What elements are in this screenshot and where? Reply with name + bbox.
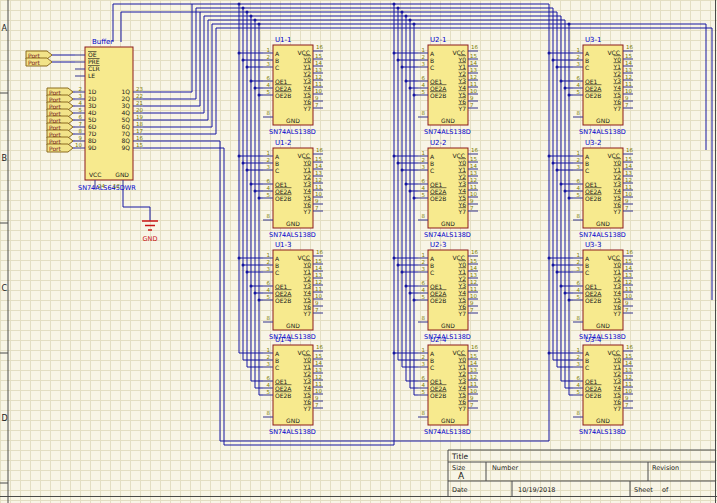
pin-name: PRE — [88, 58, 100, 65]
pin-name: OE2B — [585, 92, 601, 99]
pin-name: Y0 — [303, 56, 312, 63]
pin-name: OE1 — [430, 181, 443, 188]
bus-wire[interactable] — [143, 20, 565, 120]
pin-name: OE2B — [275, 392, 291, 399]
pin-name: Y5 — [303, 391, 312, 398]
pin-name: 3D — [88, 102, 97, 109]
pin-number: 15 — [470, 353, 477, 359]
junction-dot — [552, 162, 555, 165]
pin-number: 4 — [577, 287, 581, 293]
pin-name: OE2A — [585, 385, 602, 392]
pin-name: 6D — [88, 123, 97, 130]
pin-number: 3 — [577, 61, 581, 67]
pin-number: 12 — [470, 279, 477, 285]
pin-number: 12 — [113, 183, 120, 189]
pin-name: OE1 — [585, 181, 598, 188]
pin-number: 13 — [315, 170, 322, 176]
wire[interactable] — [113, 4, 192, 42]
port-label: Port — [49, 138, 62, 145]
component-designator: U3-4 — [585, 336, 602, 344]
pin-name: Y3 — [613, 377, 622, 384]
pin-name: Y0 — [613, 261, 622, 268]
zone-letter: C — [2, 284, 8, 293]
pin-name: Y1 — [458, 268, 467, 275]
pin-number: 15 — [625, 353, 632, 359]
pin-number: 14 — [625, 265, 632, 271]
pin-name: OE2B — [585, 392, 601, 399]
pin-number: 6 — [79, 114, 83, 120]
pin-name: Y5 — [613, 194, 622, 201]
pin-name: C — [275, 269, 279, 276]
pin-number: 1 — [267, 252, 271, 258]
pin-number: 10 — [625, 388, 632, 394]
ground-symbol[interactable] — [142, 221, 158, 230]
pin-name: OE1 — [585, 78, 598, 85]
pin-name: Y4 — [613, 84, 622, 91]
pin-number: 15 — [136, 142, 143, 148]
pin-name: Y3 — [458, 377, 467, 384]
pin-name: Y7 — [303, 405, 312, 412]
pin-number: 2 — [422, 259, 426, 265]
pin-number: 11 — [625, 286, 632, 292]
junction-dot — [560, 183, 563, 186]
pin-number: 9 — [625, 300, 629, 306]
junction-dot — [242, 264, 245, 267]
pin-number: 14 — [625, 360, 632, 366]
component-designator: U2-3 — [430, 241, 447, 249]
pin-name: OE2B — [275, 195, 291, 202]
pin-number: 14 — [470, 163, 477, 169]
pin-number: 15 — [625, 53, 632, 59]
pin-number: 13 — [315, 67, 322, 73]
pin-number: 7 — [470, 205, 474, 211]
bottom-wire[interactable] — [143, 141, 549, 441]
components-layer — [26, 45, 633, 425]
pin-number: 8 — [267, 110, 271, 116]
bus-wire[interactable] — [143, 12, 557, 106]
pin-number: 9 — [315, 300, 319, 306]
pin-name: OE2B — [430, 92, 446, 99]
wire[interactable] — [121, 12, 200, 42]
pin-number: 14 — [470, 60, 477, 66]
junction-dot — [564, 87, 567, 90]
component-designator: Buffer — [92, 38, 113, 46]
pin-name: OE2B — [275, 92, 291, 99]
pin-number: 5 — [79, 107, 83, 113]
ground-label: GND — [143, 235, 158, 243]
pin-name: Y4 — [458, 384, 467, 391]
bus-wire[interactable] — [143, 16, 561, 113]
pin-number: 12 — [315, 177, 322, 183]
schematic-canvas[interactable]: ABCDTitleSizeANumberRevisionDate10/19/20… — [0, 0, 717, 503]
pin-number: 6 — [267, 75, 271, 81]
pin-number: 2 — [577, 354, 581, 360]
component-designator: U1-3 — [275, 241, 292, 249]
pin-number: 9 — [625, 95, 629, 101]
pin-name: GND — [441, 117, 455, 124]
pin-name: OE2B — [585, 297, 601, 304]
component-designator: U3-2 — [585, 139, 602, 147]
pin-name: C — [585, 269, 589, 276]
pin-number: 16 — [471, 344, 478, 350]
schematic-sheet[interactable]: ABCDTitleSizeANumberRevisionDate10/19/20… — [0, 0, 717, 503]
pin-number: 8 — [267, 315, 271, 321]
junction-dot — [413, 94, 416, 97]
pin-number: 6 — [577, 280, 581, 286]
component-part-number: SN74ALS138D — [269, 128, 316, 136]
pin-name: Y2 — [613, 370, 622, 377]
pin-number: 13 — [315, 272, 322, 278]
pin-name: Y1 — [613, 363, 622, 370]
pin-number: 23 — [136, 86, 143, 92]
pin-number: 11 — [625, 381, 632, 387]
component-designator: U3-1 — [585, 36, 602, 44]
component-part-number: SN74ALS138D — [579, 428, 626, 436]
pin-name: Y7 — [613, 310, 622, 317]
junction-dot — [393, 3, 396, 6]
pin-name: GND — [596, 322, 610, 329]
pin-number: 4 — [267, 287, 271, 293]
title-block: TitleSizeANumberRevisionDate10/19/2018Sh… — [448, 450, 716, 497]
gnd-wire[interactable] — [123, 189, 150, 221]
pin-name: Y0 — [458, 56, 467, 63]
pin-number: 6 — [577, 178, 581, 184]
pin-name: C — [585, 64, 589, 71]
pin-number: 16 — [626, 249, 633, 255]
pin-name: Y1 — [458, 63, 467, 70]
